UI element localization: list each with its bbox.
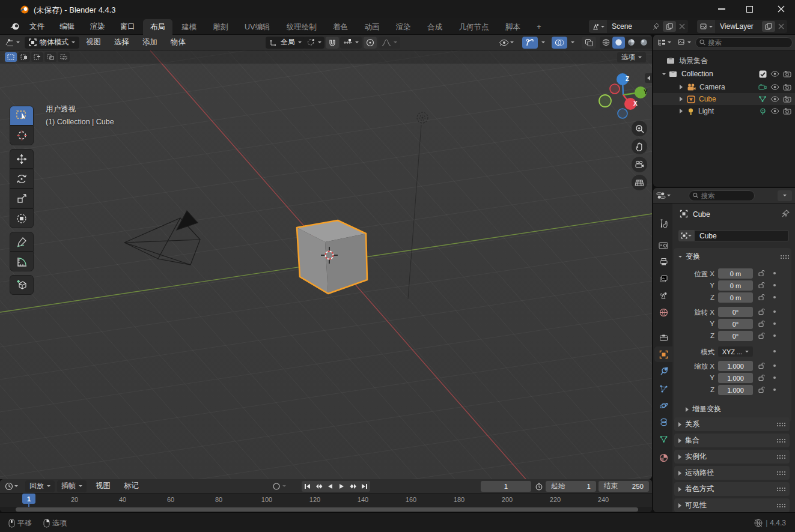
- add-workspace-button[interactable]: +: [529, 20, 548, 35]
- pin-scene-button[interactable]: [650, 23, 663, 30]
- scale-y-field[interactable]: 1.000: [718, 373, 753, 383]
- workspace-tab-shading[interactable]: 着色: [326, 19, 355, 36]
- frame-start-field[interactable]: 起始1: [546, 481, 596, 492]
- workspace-tab-sculpting[interactable]: 雕刻: [206, 19, 236, 36]
- rotation-z-lock-toggle[interactable]: [758, 332, 765, 339]
- perspective-toggle-button[interactable]: [632, 175, 647, 190]
- location-z-lock-toggle[interactable]: [758, 294, 765, 301]
- overlays-dropdown[interactable]: [568, 37, 577, 49]
- remove-view-layer-button[interactable]: [775, 23, 787, 29]
- use-preview-range-icon[interactable]: [535, 482, 543, 491]
- maximize-button[interactable]: [736, 0, 763, 18]
- sidebar-expand-handle[interactable]: [645, 73, 652, 83]
- prev-keyframe-button[interactable]: [313, 481, 324, 492]
- playhead-marker[interactable]: 1: [22, 494, 35, 504]
- pin-icon[interactable]: [782, 210, 790, 217]
- menu-file[interactable]: 文件: [23, 18, 51, 35]
- scale-z-lock-toggle[interactable]: [758, 386, 765, 393]
- select-mode-extend-button[interactable]: [18, 52, 30, 62]
- view-layer-name[interactable]: ViewLayer: [715, 22, 762, 31]
- shading-dropdown[interactable]: [650, 37, 652, 49]
- properties-search[interactable]: [689, 190, 755, 201]
- close-button[interactable]: [767, 0, 795, 18]
- rotation-x-lock-toggle[interactable]: [758, 308, 765, 315]
- gizmo-axis-neg-y[interactable]: [599, 95, 611, 107]
- outliner-row-light[interactable]: Light: [653, 105, 795, 117]
- collection-collapse-chevron[interactable]: [662, 73, 666, 75]
- location-x-lock-toggle[interactable]: [758, 270, 765, 277]
- tool-scale[interactable]: [10, 189, 34, 208]
- next-keyframe-button[interactable]: [347, 481, 359, 492]
- transform-panel-header[interactable]: 变换: [678, 252, 789, 262]
- gizmo-dropdown[interactable]: [539, 37, 547, 49]
- 3d-viewport[interactable]: 物体模式 视图 选择 添加 物体 全局: [0, 35, 652, 479]
- panel-shading[interactable]: 着色方式: [674, 482, 790, 496]
- outliner-display-mode-dropdown[interactable]: [656, 38, 673, 46]
- workspace-tab-compositing[interactable]: 合成: [420, 19, 449, 36]
- blender-app-icon[interactable]: [10, 22, 20, 31]
- tool-options-dropdown[interactable]: 选项: [617, 52, 646, 62]
- zoom-button[interactable]: [632, 121, 647, 136]
- location-z-animate-dot[interactable]: [773, 296, 776, 298]
- jump-to-start-button[interactable]: [302, 481, 313, 492]
- minimize-button[interactable]: [708, 0, 736, 18]
- auto-key-dropdown[interactable]: [282, 485, 286, 487]
- location-y-field[interactable]: 0 m: [718, 280, 753, 291]
- timeline-scrollbar-thumb[interactable]: [16, 507, 638, 512]
- workspace-tab-modeling[interactable]: 建模: [174, 19, 204, 36]
- playback-menu[interactable]: 回放: [25, 480, 55, 492]
- rotation-x-field[interactable]: 0°: [718, 307, 753, 317]
- rotation-mode-field[interactable]: XYZ ...: [718, 346, 753, 357]
- xray-toggle[interactable]: [582, 37, 596, 49]
- menu-add[interactable]: 添加: [136, 35, 164, 50]
- workspace-tab-geometry-nodes[interactable]: 几何节点: [451, 19, 496, 36]
- tool-select-box[interactable]: [10, 106, 34, 125]
- tool-rotate[interactable]: [10, 169, 34, 189]
- keying-menu[interactable]: 插帧: [57, 480, 87, 492]
- menu-window[interactable]: 窗口: [114, 18, 142, 35]
- properties-editor-dropdown[interactable]: [656, 192, 671, 199]
- tool-measure[interactable]: [10, 252, 34, 271]
- current-frame-field[interactable]: 1: [481, 481, 531, 492]
- gizmo-axis-neg-x[interactable]: [610, 84, 620, 94]
- hide-eye-icon[interactable]: [770, 95, 779, 103]
- hide-eye-icon[interactable]: [770, 83, 779, 91]
- location-z-field[interactable]: 0 m: [718, 292, 753, 303]
- object-browse-button[interactable]: [678, 230, 694, 241]
- panel-motion-paths[interactable]: 运动路径: [674, 466, 790, 480]
- show-overlays-toggle[interactable]: [552, 37, 567, 49]
- scale-z-animate-dot[interactable]: [773, 388, 776, 391]
- scene-name[interactable]: Scene: [607, 22, 650, 31]
- tool-transform[interactable]: [10, 208, 34, 228]
- mode-dropdown[interactable]: 物体模式: [25, 37, 79, 49]
- menu-render[interactable]: 渲染: [84, 18, 112, 35]
- shading-rendered-button[interactable]: [638, 37, 650, 49]
- hide-eye-icon[interactable]: [770, 70, 779, 77]
- panel-instancing[interactable]: 实例化: [674, 450, 790, 464]
- outliner-filter-dropdown[interactable]: [675, 38, 693, 46]
- tab-view-layer[interactable]: [654, 271, 672, 286]
- tool-move[interactable]: [10, 149, 34, 169]
- new-scene-button[interactable]: [663, 21, 676, 32]
- outliner-row-cube[interactable]: Cube: [653, 93, 795, 105]
- proportional-falloff-dropdown[interactable]: [379, 37, 400, 49]
- camera-object[interactable]: [124, 211, 200, 265]
- scale-x-animate-dot[interactable]: [773, 364, 776, 367]
- rotation-mode-animate-dot[interactable]: [773, 350, 776, 352]
- panel-relations[interactable]: 关系: [674, 417, 790, 431]
- pivot-point-dropdown[interactable]: [303, 37, 324, 49]
- timeline-editor-dropdown[interactable]: [0, 482, 23, 491]
- cube-object[interactable]: [297, 220, 367, 294]
- rotation-y-lock-toggle[interactable]: [758, 320, 765, 327]
- snap-toggle[interactable]: [326, 37, 339, 49]
- tab-physics[interactable]: [654, 397, 672, 413]
- menu-edit[interactable]: 编辑: [53, 18, 81, 35]
- auto-key-record-icon[interactable]: [272, 482, 281, 491]
- view-layer-selector[interactable]: ViewLayer: [697, 20, 787, 33]
- unlink-scene-button[interactable]: [676, 23, 688, 29]
- breadcrumb-object-name[interactable]: Cube: [693, 210, 710, 219]
- proportional-editing-toggle[interactable]: [364, 37, 377, 49]
- gizmo-axis-neg-z[interactable]: [618, 109, 627, 118]
- rotation-z-field[interactable]: 0°: [718, 331, 753, 341]
- scene-browse-button[interactable]: [589, 20, 607, 33]
